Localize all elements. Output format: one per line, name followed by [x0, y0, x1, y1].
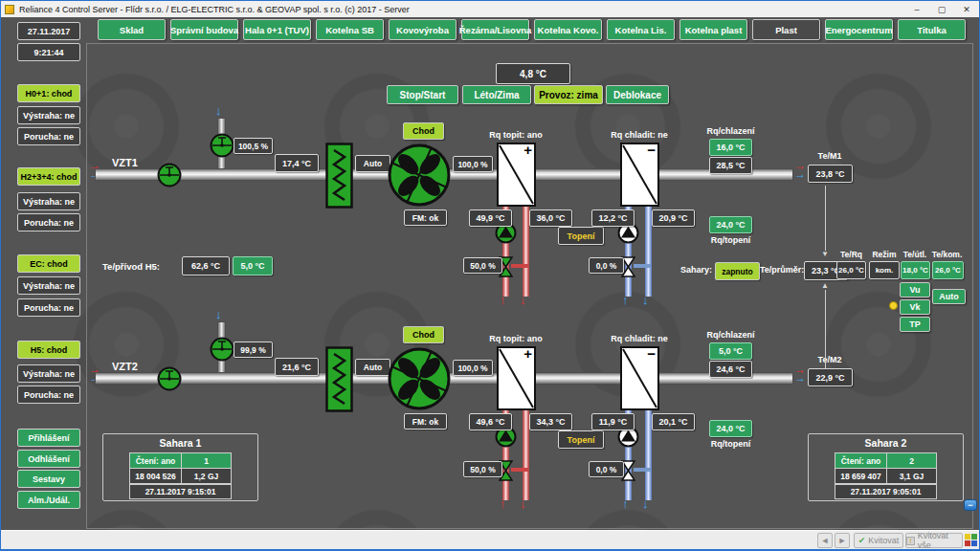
deblock-button[interactable]: Deblokace	[606, 85, 669, 104]
vzt2-cooler-supply-temp: 11,9 °C	[591, 413, 635, 430]
vzt1-room-sensor-temp: 23,8 °C	[808, 165, 853, 183]
vzt1-heater-up-arrow-icon: ↑	[500, 294, 506, 306]
sahara2-panel: Sahara 2 Čtení: ano 2 18 659 407 3,1 GJ …	[808, 433, 964, 501]
te-utl-value: 18,0 °C	[901, 261, 930, 279]
vzt2-cooler-branch-pipe	[634, 468, 651, 472]
te-utl-header: Te/útl.	[900, 250, 930, 259]
scroll-corner-icon[interactable]: −	[964, 499, 977, 511]
nav-sklad[interactable]: Sklad	[98, 19, 166, 40]
nav-kotelna-kovo[interactable]: Kotelna Kovo.	[534, 19, 602, 40]
vzt1-fan-state: Chod	[403, 122, 444, 140]
sahara1-counter: 18 004 526	[129, 468, 182, 484]
vzt2-rq-heating-setpoint: 24,0 °C	[709, 420, 752, 437]
operation-mode-indicator[interactable]: Provoz: zima	[534, 85, 603, 104]
vzt1-rq-cooling-setpoint: 16,0 °C	[709, 139, 752, 156]
nav-kotelna-sb[interactable]: Kotelna SB	[316, 19, 384, 40]
vzt2-fan-percent: 100,0 %	[453, 360, 493, 376]
tp-button[interactable]: TP	[900, 317, 930, 332]
te-rq-value: 26,0 °C	[836, 261, 866, 279]
next-alarm-button[interactable]: ►	[835, 533, 850, 548]
status-h2-3-4: H2+3+4: chod	[17, 167, 80, 186]
rezim-value: kom.	[869, 261, 900, 279]
nav-energocentrum[interactable]: Energocentrum	[825, 19, 893, 40]
sahara2-title: Sahara 2	[809, 437, 963, 449]
client-area: Sklad Správní budova Hala 0+1 (TUV) Kote…	[1, 17, 979, 530]
vzt1-row: → → VZT1 ↓	[87, 108, 973, 311]
login-button[interactable]: Přihlášení	[17, 429, 80, 447]
logout-button[interactable]: Odhlášení	[17, 450, 80, 468]
te-m1-connector-line	[825, 186, 826, 251]
sahara1-energy: 1,2 GJ	[181, 468, 232, 484]
nav-rezarna-lisovna[interactable]: Řezárna/Lisovna	[461, 19, 529, 40]
auto-mode-button[interactable]: Auto	[932, 289, 966, 304]
vzt2-heating-button[interactable]: Topení	[558, 430, 604, 449]
vzt2-cool-request-label: Rq chladit: ne	[591, 334, 687, 343]
status-h5: H5: chod	[17, 341, 80, 359]
vzt2-heater-branch-pipe	[511, 468, 528, 472]
fault-h0-1: Porucha: ne	[17, 127, 80, 145]
nav-spravni-budova[interactable]: Správní budova	[170, 19, 238, 40]
vzt2-heater-return-pipe	[523, 410, 529, 500]
vzt1-heater-branch-pipe	[511, 264, 528, 268]
top-nav: Sklad Správní budova Hala 0+1 (TUV) Kote…	[98, 19, 966, 40]
vzt1-intake-temp: 17,4 °C	[275, 154, 319, 172]
ack-check-icon: ✔	[858, 536, 866, 545]
stop-start-button[interactable]: Stop/Start	[387, 85, 458, 104]
acknowledge-all-button[interactable]: ! Kvitovat vše	[905, 533, 963, 548]
sahara2-timestamp: 27.11.2017 9:05:01	[835, 484, 937, 499]
vzt1-outlet-arrows-icon: → →	[794, 162, 806, 179]
vzt2-damper-percent: 99,9 %	[234, 342, 273, 358]
maximize-button[interactable]: ▢	[929, 1, 954, 17]
vzt2-heat-recovery-icon	[325, 346, 353, 412]
vzt1-auto-button[interactable]: Auto	[355, 155, 390, 172]
reliance-tray-icon[interactable]	[965, 534, 977, 546]
app-window: Reliance 4 Control Server - Flídr s.r.o.…	[0, 0, 980, 551]
vzt1-heating-coil-icon: +	[497, 143, 536, 207]
vzt2-name: VZT2	[112, 361, 138, 372]
reports-button[interactable]: Sestavy	[17, 470, 80, 488]
vzt2-outlet-arrows-icon: → →	[794, 365, 806, 383]
window-title: Reliance 4 Control Server - Flídr s.r.o.…	[19, 5, 410, 14]
nav-hala-0-1-tuv[interactable]: Hala 0+1 (TUV)	[243, 19, 311, 40]
vzt2-cooler-return-temp: 20,1 °C	[652, 413, 695, 430]
vzt1-fan-percent: 100,0 %	[453, 156, 493, 172]
nav-kotelna-lis[interactable]: Kotelna Lis.	[607, 19, 675, 40]
vzt2-fan-state: Chod	[403, 326, 444, 343]
sahara1-meter-no: 1	[181, 452, 232, 469]
vzt1-heating-button[interactable]: Topení	[558, 227, 604, 245]
rezim-header: Režim	[869, 250, 900, 259]
vu-button[interactable]: Vu	[900, 282, 930, 298]
prev-alarm-button[interactable]: ◄	[817, 533, 833, 548]
nav-titulka[interactable]: Titulka	[898, 19, 966, 40]
vzt1-cooler-return-temp: 20,9 °C	[652, 209, 695, 227]
te-m2-connector-arrow-icon: ▲	[821, 282, 829, 290]
acknowledge-button[interactable]: ✔ Kvitovat	[854, 533, 903, 548]
summer-winter-button[interactable]: Léto/Zima	[462, 85, 531, 104]
vk-button[interactable]: Vk	[900, 299, 930, 315]
statusbar: ◄ ► ✔ Kvitovat ! Kvitovat vše	[1, 530, 979, 549]
vzt2-room-sensor-temp: 22,9 °C	[808, 368, 853, 386]
vzt1-heat-request-label: Rq topit: ano	[468, 130, 564, 140]
vzt2-fan-icon	[387, 346, 452, 411]
vzt2-cooler-up-arrow-icon: ↑	[622, 497, 629, 510]
vzt2-rq-heating-label: Rq/topení	[680, 439, 781, 449]
vzt2-auto-button[interactable]: Auto	[355, 359, 390, 376]
nav-plast-active[interactable]: Plast	[752, 19, 820, 40]
close-button[interactable]: ✕	[954, 1, 979, 17]
alarms-button[interactable]: Alm./Udál.	[17, 491, 80, 509]
vzt1-fan-icon	[387, 143, 452, 208]
te-m2-connector-line	[825, 290, 826, 368]
vzt2-fan-status: FM: ok	[404, 413, 447, 430]
mode-indicator-dot	[889, 301, 898, 310]
vzt2-heater-up-arrow-icon: ↑	[500, 497, 506, 510]
sahary-state-button[interactable]: zapnuto	[715, 262, 760, 280]
nav-kovovyroba[interactable]: Kovovýroba	[389, 19, 457, 40]
nav-kotelna-plast[interactable]: Kotelna plast	[679, 19, 747, 40]
warning-h2-3-4: Výstraha: ne	[17, 192, 80, 210]
vzt1-cool-request-label: Rq chladit: ne	[591, 130, 687, 140]
vzt2-rq-cooling-setpoint: 5,0 °C	[709, 342, 752, 360]
fault-h5: Porucha: ne	[17, 386, 80, 404]
vzt1-heater-valve-percent: 50,0 %	[463, 257, 502, 274]
sahara2-reading: Čtení: ano	[835, 452, 887, 469]
minimize-button[interactable]: –	[904, 1, 929, 17]
